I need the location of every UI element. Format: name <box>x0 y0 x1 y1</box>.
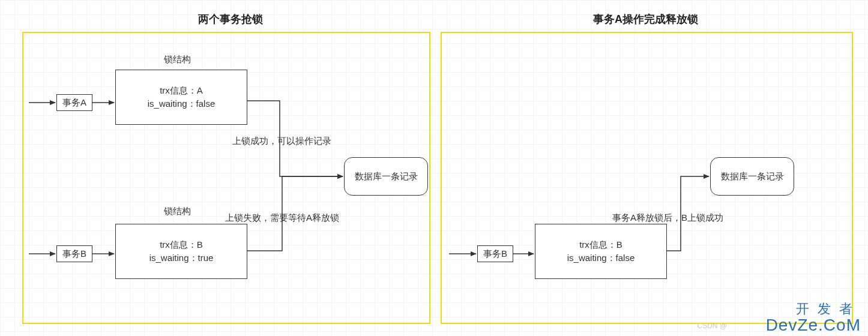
right-record-box: 数据库一条记录 <box>710 157 794 196</box>
left-lockstruct-caption-a: 锁结构 <box>164 54 191 65</box>
left-tx-b-label: 事务B <box>56 245 92 262</box>
left-lock-b-line1: trx信息：B <box>160 238 203 251</box>
left-edge-a-caption: 上锁成功，可以操作记录 <box>232 136 331 147</box>
left-lockstruct-caption-b: 锁结构 <box>164 206 191 217</box>
left-record-box: 数据库一条记录 <box>344 157 428 196</box>
left-lock-a-box: trx信息：A is_waiting：false <box>115 70 247 125</box>
left-lock-a-line1: trx信息：A <box>160 84 203 97</box>
left-lock-b-box: trx信息：B is_waiting：true <box>115 224 247 279</box>
left-lock-b-line2: is_waiting：true <box>149 251 214 265</box>
diagram-canvas: 两个事务抢锁 事务A 锁结构 trx信息：A is_waiting：false … <box>0 0 868 336</box>
right-lock-b-line1: trx信息：B <box>579 238 622 251</box>
left-tx-a-label: 事务A <box>56 94 92 111</box>
right-lock-b-line2: is_waiting：false <box>567 251 635 265</box>
left-edge-b-caption: 上锁失败，需要等待A释放锁 <box>225 212 339 224</box>
left-lock-a-line2: is_waiting：false <box>148 97 215 110</box>
left-panel-title: 两个事务抢锁 <box>198 12 263 26</box>
right-lock-b-box: trx信息：B is_waiting：false <box>535 224 667 279</box>
right-tx-b-label: 事务B <box>477 245 513 262</box>
right-edge-caption: 事务A释放锁后，B上锁成功 <box>612 212 723 224</box>
right-panel-title: 事务A操作完成释放锁 <box>593 12 698 26</box>
